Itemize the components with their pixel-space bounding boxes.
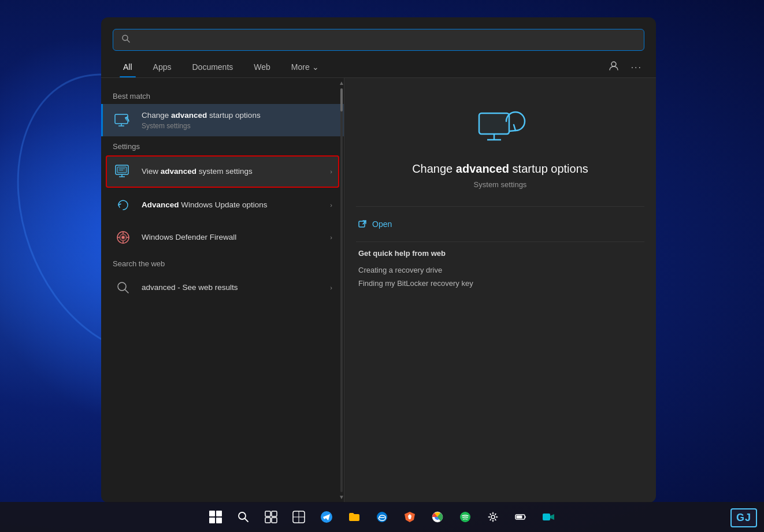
monitor-icon [113, 161, 133, 182]
scroll-thumb[interactable] [340, 88, 343, 111]
svg-rect-30 [265, 518, 270, 523]
file-explorer-icon[interactable] [342, 505, 366, 529]
result-title-defender: Windows Defender Firewall [142, 232, 325, 243]
svg-rect-24 [359, 221, 365, 227]
widgets-button[interactable] [287, 505, 311, 529]
tab-all[interactable]: All [113, 57, 143, 77]
result-text-web: advanced - See web results [142, 282, 325, 293]
chevron-right-icon-2: › [330, 202, 332, 209]
settings-label: Settings [101, 136, 344, 154]
update-icon [113, 195, 133, 215]
result-title-web: advanced - See web results [142, 282, 325, 293]
result-defender[interactable]: Windows Defender Firewall › [101, 221, 344, 254]
help-title: Get quick help from web [358, 249, 642, 258]
task-view-button[interactable] [259, 505, 283, 529]
meet-icon[interactable] [536, 505, 561, 529]
result-text-startup: Change advanced startup options System s… [142, 110, 332, 130]
settings-icon[interactable] [481, 505, 505, 529]
open-label: Open [372, 220, 392, 229]
chevron-right-icon: › [330, 168, 332, 175]
start-menu: advanced All Apps Documents Web More ⌄ ·… [101, 17, 656, 503]
best-match-label: Best match [101, 86, 344, 104]
chevron-right-icon-4: › [330, 284, 332, 291]
search-web-label: Search the web [101, 254, 344, 271]
detail-actions: Open [344, 207, 656, 241]
search-icon [121, 34, 131, 46]
detail-help: Get quick help from web Creating a recov… [344, 242, 656, 297]
more-options-icon[interactable]: ··· [629, 59, 644, 76]
spotify-icon[interactable] [453, 505, 477, 529]
svg-point-14 [122, 236, 125, 239]
svg-point-2 [611, 62, 616, 66]
chevron-right-icon-3: › [330, 234, 332, 241]
result-change-startup[interactable]: Change advanced startup options System s… [101, 104, 344, 136]
svg-point-40 [491, 515, 495, 519]
scroll-up-arrow[interactable]: ▲ [339, 80, 344, 86]
help-link-1[interactable]: Creating a recovery drive [358, 263, 642, 277]
tab-documents[interactable]: Documents [181, 57, 243, 77]
tab-more[interactable]: More ⌄ [281, 57, 329, 77]
svg-rect-21 [479, 113, 509, 134]
svg-line-1 [127, 40, 129, 42]
detail-title: Change advanced startup options [412, 162, 588, 176]
tab-web[interactable]: Web [243, 57, 281, 77]
result-text-windows-update: Advanced Windows Update options [142, 200, 325, 211]
svg-rect-31 [272, 518, 277, 523]
result-windows-update[interactable]: Advanced Windows Update options › [101, 189, 344, 221]
svg-rect-28 [265, 511, 270, 516]
telegram-icon[interactable] [314, 505, 339, 529]
edge-icon[interactable] [370, 505, 394, 529]
open-button[interactable]: Open [358, 217, 642, 231]
firewall-icon [113, 227, 133, 248]
svg-rect-42 [525, 516, 526, 518]
scroll-track [340, 88, 343, 492]
web-search-icon [113, 277, 133, 298]
svg-rect-44 [543, 514, 550, 520]
result-title-windows-update: Advanced Windows Update options [142, 200, 325, 211]
detail-hero: Change advanced startup options System s… [344, 78, 656, 206]
person-icon[interactable] [606, 58, 622, 77]
tab-apps[interactable]: Apps [143, 57, 182, 77]
tabs-right-icons: ··· [606, 58, 644, 77]
result-title-view-advanced: View advanced system settings [142, 166, 325, 177]
detail-subtitle: System settings [474, 180, 527, 189]
scrollbar[interactable]: ▲ ▼ [339, 78, 344, 503]
result-subtitle-startup: System settings [142, 122, 332, 130]
battery-icon[interactable] [509, 505, 533, 529]
result-web-search[interactable]: advanced - See web results › [101, 271, 344, 304]
windows-logo [209, 511, 222, 523]
startup-icon [113, 110, 133, 131]
results-panel: Best match Change advanced startup optio… [101, 78, 344, 503]
help-link-2[interactable]: Finding my BitLocker recovery key [358, 277, 642, 290]
svg-line-27 [245, 519, 249, 522]
start-button[interactable] [203, 505, 228, 529]
svg-rect-29 [272, 511, 277, 516]
chrome-icon[interactable] [425, 505, 450, 529]
result-text-defender: Windows Defender Firewall [142, 232, 325, 243]
search-content: Best match Change advanced startup optio… [101, 78, 656, 503]
svg-rect-9 [117, 167, 127, 173]
search-input[interactable]: advanced [136, 35, 636, 45]
detail-panel: Change advanced startup options System s… [344, 78, 656, 503]
svg-line-20 [125, 290, 129, 293]
svg-rect-43 [517, 516, 522, 519]
taskbar [0, 502, 764, 532]
detail-icon [474, 101, 526, 153]
chevron-down-icon: ⌄ [312, 62, 319, 72]
result-view-advanced[interactable]: View advanced system settings › [106, 155, 339, 188]
scroll-down-arrow[interactable]: ▼ [339, 494, 344, 500]
brand-badge: GJ [730, 508, 757, 527]
svg-point-19 [118, 282, 126, 291]
result-title-startup: Change advanced startup options [142, 110, 332, 121]
taskbar-search[interactable] [231, 505, 255, 529]
result-text-view-advanced: View advanced system settings [142, 166, 325, 177]
search-bar[interactable]: advanced [113, 29, 644, 51]
search-tabs: All Apps Documents Web More ⌄ ··· [101, 57, 656, 78]
brave-icon[interactable] [398, 505, 422, 529]
